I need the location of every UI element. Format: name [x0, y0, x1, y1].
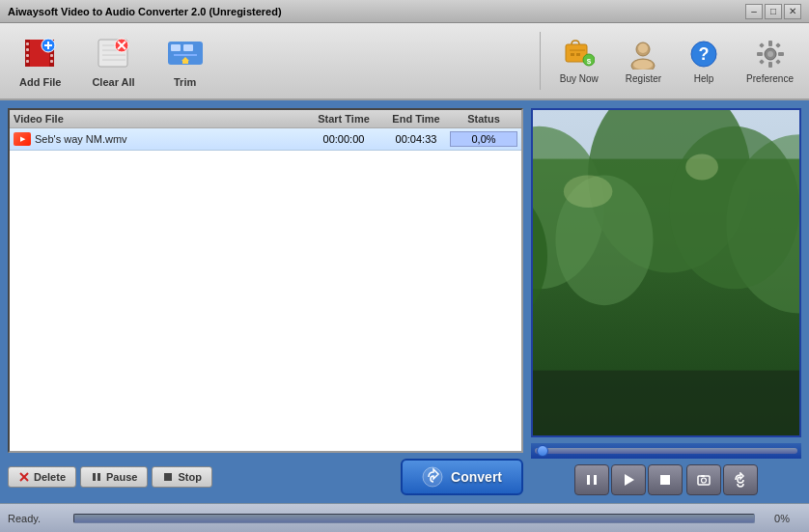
svg-marker-70 — [625, 474, 634, 486]
delete-icon — [18, 471, 30, 483]
pause-icon — [91, 471, 102, 483]
trim-button[interactable]: Trim — [154, 30, 216, 92]
window-title: Aiwaysoft Video to Audio Converter 2.0 (… — [8, 6, 282, 17]
svg-rect-69 — [594, 475, 597, 485]
svg-text:$: $ — [587, 57, 592, 66]
clear-all-icon — [95, 34, 133, 72]
playback-controls — [531, 464, 801, 495]
col-end-header: End Time — [382, 113, 450, 125]
loop-icon — [733, 472, 748, 488]
svg-rect-10 — [50, 60, 53, 63]
svg-point-41 — [767, 51, 773, 57]
convert-icon — [422, 466, 443, 488]
toolbar-right: $ Buy Now Register — [552, 35, 801, 88]
svg-point-36 — [638, 43, 648, 53]
svg-rect-67 — [533, 371, 799, 435]
pause-playback-icon — [584, 472, 600, 488]
progress-percentage: 0% — [763, 513, 801, 524]
window-controls: – □ ✕ — [745, 4, 801, 19]
left-panel: Video File Start Time End Time Status ▶ … — [8, 108, 523, 495]
svg-rect-45 — [778, 52, 784, 56]
right-panel — [531, 108, 801, 495]
play-button[interactable] — [611, 464, 646, 495]
svg-rect-23 — [171, 44, 181, 51]
svg-rect-46 — [759, 42, 765, 48]
svg-rect-71 — [660, 475, 670, 485]
clear-all-label: Clear All — [92, 76, 134, 88]
svg-rect-24 — [183, 44, 193, 51]
table-row[interactable]: ▶ Seb's way NM.wmv 00:00:00 00:04:33 0,0… — [10, 128, 521, 151]
file-status: 0,0% — [450, 131, 517, 147]
svg-rect-53 — [98, 473, 100, 481]
buy-now-button[interactable]: $ Buy Now — [552, 35, 606, 88]
svg-rect-49 — [775, 59, 781, 65]
svg-rect-48 — [759, 59, 765, 65]
file-type-icon: ▶ — [14, 132, 31, 146]
svg-rect-42 — [768, 41, 772, 46]
status-bar: Ready. 0% — [0, 503, 809, 532]
svg-rect-52 — [93, 473, 96, 481]
preview-svg — [533, 110, 799, 435]
svg-rect-44 — [757, 52, 763, 56]
pause-button[interactable]: Pause — [80, 466, 148, 488]
progress-bar-container — [73, 514, 755, 523]
stop-playback-button[interactable] — [648, 464, 683, 495]
add-file-icon — [21, 34, 60, 72]
action-buttons: Delete Pause Stop — [8, 459, 523, 495]
svg-rect-6 — [26, 60, 29, 63]
minimize-button[interactable]: – — [745, 4, 763, 19]
close-button[interactable]: ✕ — [784, 4, 801, 19]
col-video-header: Video File — [14, 113, 305, 125]
file-list-header: Video File Start Time End Time Status — [10, 110, 521, 128]
seek-bar[interactable] — [535, 448, 797, 454]
add-file-button[interactable]: Add File — [8, 30, 72, 92]
svg-rect-5 — [26, 54, 29, 57]
help-label: Help — [694, 73, 714, 84]
preference-button[interactable]: Preference — [739, 35, 801, 88]
toolbar: Add File Clea — [0, 23, 809, 100]
file-end-time: 00:04:33 — [382, 133, 450, 145]
svg-rect-68 — [587, 475, 590, 485]
seek-thumb[interactable] — [537, 445, 548, 457]
file-list-container: Video File Start Time End Time Status ▶ … — [8, 108, 523, 453]
screenshot-icon — [696, 472, 711, 488]
register-icon — [628, 39, 658, 70]
title-bar: Aiwaysoft Video to Audio Converter 2.0 (… — [0, 0, 809, 23]
trim-icon — [166, 34, 205, 72]
svg-rect-27 — [182, 60, 188, 64]
stop-button[interactable]: Stop — [152, 466, 211, 488]
add-file-label: Add File — [19, 76, 61, 88]
screenshot-button[interactable] — [686, 464, 721, 495]
svg-rect-4 — [26, 48, 29, 51]
file-name: Seb's way NM.wmv — [35, 133, 305, 145]
svg-rect-54 — [164, 473, 172, 481]
main-area: Video File Start Time End Time Status ▶ … — [0, 100, 809, 503]
col-start-header: Start Time — [305, 113, 382, 125]
svg-rect-47 — [775, 42, 781, 48]
convert-button[interactable]: Convert — [401, 459, 523, 495]
svg-point-63 — [669, 126, 799, 290]
svg-rect-43 — [768, 62, 772, 68]
svg-point-65 — [564, 175, 613, 208]
svg-rect-31 — [576, 53, 580, 56]
svg-rect-72 — [698, 476, 710, 485]
buy-now-label: Buy Now — [560, 73, 599, 84]
svg-point-55 — [423, 467, 442, 487]
svg-text:?: ? — [699, 44, 710, 64]
video-preview — [533, 110, 799, 435]
stop-playback-icon — [657, 472, 673, 488]
delete-button[interactable]: Delete — [8, 466, 76, 488]
pause-playback-button[interactable] — [574, 464, 609, 495]
loop-button[interactable] — [723, 464, 758, 495]
maximize-button[interactable]: □ — [765, 4, 782, 19]
help-icon: ? — [688, 39, 719, 70]
toolbar-left: Add File Clea — [8, 30, 528, 92]
main-playback-group — [574, 464, 683, 495]
clear-all-button[interactable]: Clear All — [80, 30, 146, 92]
extra-playback-group — [686, 464, 758, 495]
help-button[interactable]: ? Help — [681, 35, 727, 88]
buy-now-icon: $ — [564, 39, 595, 70]
toolbar-separator — [540, 32, 541, 90]
register-label: Register — [626, 73, 661, 84]
register-button[interactable]: Register — [618, 35, 669, 88]
